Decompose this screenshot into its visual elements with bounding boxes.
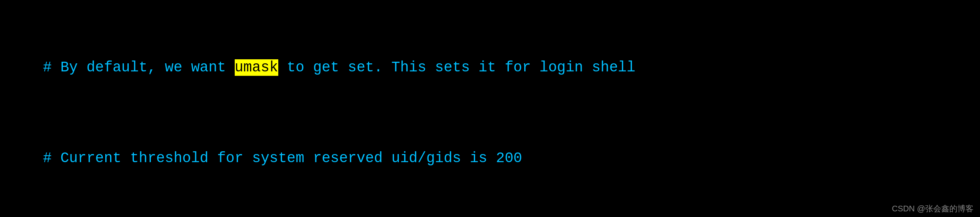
line-1: # By default, we want umask to get set. … [8, 40, 972, 95]
code-block: # By default, we want umask to get set. … [0, 0, 980, 217]
umask-highlighted: umask [235, 59, 278, 76]
comment-2: # Current threshold for system reserved … [43, 150, 522, 167]
comment-prefix-1: # By default, we want [43, 59, 234, 76]
comment-suffix-1: to get set. This sets it for login shell [278, 59, 636, 76]
line-2: # Current threshold for system reserved … [8, 131, 972, 186]
watermark: CSDN @张会鑫的博客 [892, 204, 974, 214]
